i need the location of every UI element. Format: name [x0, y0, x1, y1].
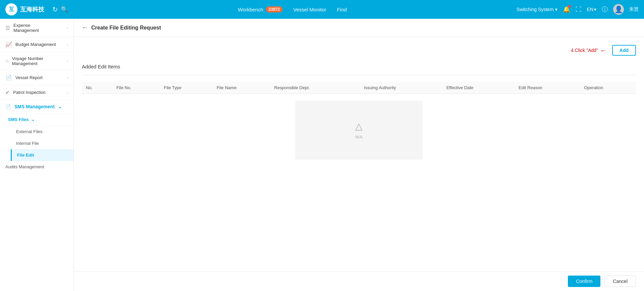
content-area: 4.Click "Add" ← Add Added Edit Items No.…	[74, 37, 644, 271]
voyage-label: Voyage Number	[12, 56, 63, 61]
empty-state: △ N/A	[295, 101, 423, 160]
col-responsible-dept: Responsible Dept.	[270, 82, 360, 94]
sms-files-header[interactable]: SMS Files ⌄	[0, 114, 73, 126]
sidebar-item-file-edit[interactable]: File Edit	[11, 149, 73, 161]
expense-label: Expense	[13, 23, 63, 28]
main-content: ← Create File Editing Request 4.Click "A…	[74, 19, 644, 291]
budget-label: Budget Management	[15, 42, 63, 47]
expense-icon: ☰	[5, 25, 10, 31]
switching-system-label: Switching System	[517, 7, 553, 12]
lang-label: EN	[587, 7, 593, 12]
workbench-label: Workbench	[238, 7, 263, 12]
sidebar-item-expense[interactable]: ☰ Expense Management ›	[0, 19, 73, 37]
lang-chevron-icon: ▾	[594, 7, 596, 12]
col-effective-date: Effective Date	[442, 82, 515, 94]
external-files-label: External Files	[16, 129, 43, 134]
sidebar-item-budget[interactable]: 📈 Budget Management ›	[0, 37, 73, 52]
audits-label: Audits Management	[5, 164, 44, 169]
sms-files-submenu: External Files Internal File File Edit	[0, 126, 73, 161]
divider	[82, 75, 636, 75]
avatar[interactable]: 👤	[613, 4, 624, 15]
hint-label: 4.Click "Add"	[571, 48, 598, 53]
find-link[interactable]: Find	[337, 7, 347, 12]
col-file-name: File Name	[213, 82, 270, 94]
edit-items-table: No. File No. File Type File Name Respons…	[82, 82, 636, 94]
sms-chevron-icon: ⌄	[58, 104, 62, 109]
footer-bar: Confirm Cancel	[74, 271, 644, 291]
main-layout: ☰ Expense Management › 📈 Budget Manageme…	[0, 19, 644, 291]
company-name: 互海科技	[20, 5, 44, 13]
empty-warning-icon: △	[355, 121, 363, 132]
vessel-report-icon: 📄	[5, 74, 12, 81]
sidebar-item-voyage[interactable]: ○ Voyage Number Management ›	[0, 52, 73, 70]
col-file-type: File Type	[160, 82, 213, 94]
file-edit-label: File Edit	[17, 153, 34, 158]
table-header: No. File No. File Type File Name Respons…	[82, 82, 636, 94]
fullscreen-icon[interactable]: ⛶	[576, 6, 582, 13]
hint-arrow-icon: ←	[600, 47, 607, 54]
vessel-report-label: Vessel Report	[15, 75, 63, 80]
sidebar: ☰ Expense Management › 📈 Budget Manageme…	[0, 19, 74, 291]
patrol-label: Patrol Inspection	[13, 90, 63, 95]
sidebar-item-sms[interactable]: 📄 SMS Management ⌄	[0, 100, 73, 114]
help-icon[interactable]: ⓘ	[602, 5, 608, 13]
section-title: Added Edit Items	[82, 64, 636, 69]
voyage-arrow-icon: ›	[67, 59, 68, 63]
budget-arrow-icon: ›	[67, 42, 68, 47]
sidebar-item-patrol[interactable]: ✔ Patrol Inspection ›	[0, 85, 73, 100]
sms-label: SMS Management	[14, 104, 55, 109]
col-edit-reason: Edit Reason	[515, 82, 580, 94]
patrol-arrow-icon: ›	[67, 90, 68, 95]
col-file-no: File No.	[112, 82, 160, 94]
sms-icon: 📄	[5, 104, 11, 109]
col-no: No.	[82, 82, 112, 94]
nav-center: Workbench 23872 Vessel Monitor Find	[73, 6, 511, 12]
patrol-icon: ✔	[5, 89, 10, 96]
nav-right: Switching System ▾ 🔔 ⛶ EN ▾ ⓘ 👤 朱慧	[517, 4, 639, 15]
chevron-down-icon: ▾	[555, 7, 557, 12]
workbench-nav[interactable]: Workbench 23872	[238, 6, 282, 12]
col-issuing-authority: Issuing Authority	[360, 82, 442, 94]
add-button-area: 4.Click "Add" ← Add	[82, 45, 636, 56]
expense-sub-label: Management	[13, 28, 63, 33]
notification-bell[interactable]: 🔔	[563, 6, 570, 13]
sms-management-section: 📄 SMS Management ⌄ SMS Files ⌄ External …	[0, 100, 73, 173]
expense-arrow-icon: ›	[67, 25, 68, 30]
workbench-badge: 23872	[266, 6, 282, 12]
sms-files-chevron-icon: ⌄	[31, 117, 35, 122]
page-header: ← Create File Editing Request	[74, 19, 644, 37]
budget-icon: 📈	[5, 41, 12, 48]
hint-text: 4.Click "Add" ←	[571, 47, 607, 54]
voyage-icon: ○	[5, 58, 9, 64]
voyage-sub-label: Management	[12, 61, 63, 66]
logo-area[interactable]: 互 互海科技	[5, 3, 44, 15]
sidebar-item-external-files[interactable]: External Files	[11, 126, 73, 137]
sidebar-item-audits[interactable]: Audits Management	[0, 161, 73, 173]
vessel-monitor-link[interactable]: Vessel Monitor	[293, 7, 326, 12]
sms-files-label: SMS Files	[8, 117, 29, 122]
confirm-button[interactable]: Confirm	[568, 276, 600, 287]
page-title: Create File Editing Request	[91, 25, 161, 31]
add-button[interactable]: Add	[612, 45, 636, 56]
switching-system-btn[interactable]: Switching System ▾	[517, 7, 557, 12]
language-selector[interactable]: EN ▾	[587, 7, 596, 12]
vessel-report-arrow-icon: ›	[67, 75, 68, 80]
logo-icon: 互	[5, 3, 17, 15]
col-operation: Operation	[580, 82, 636, 94]
back-button[interactable]: ←	[82, 24, 88, 31]
empty-text: N/A	[355, 134, 363, 139]
sidebar-item-vessel-report[interactable]: 📄 Vessel Report ›	[0, 70, 73, 85]
top-navigation: 互 互海科技 ↻ 🔍 Workbench 23872 Vessel Monito…	[0, 0, 644, 19]
internal-file-label: Internal File	[16, 141, 39, 146]
search-icon[interactable]: 🔍	[61, 6, 68, 13]
back-nav-icon[interactable]: ↻	[52, 5, 58, 13]
sidebar-item-internal-file[interactable]: Internal File	[11, 137, 73, 149]
user-name[interactable]: 朱慧	[629, 6, 639, 12]
cancel-button[interactable]: Cancel	[604, 276, 636, 287]
